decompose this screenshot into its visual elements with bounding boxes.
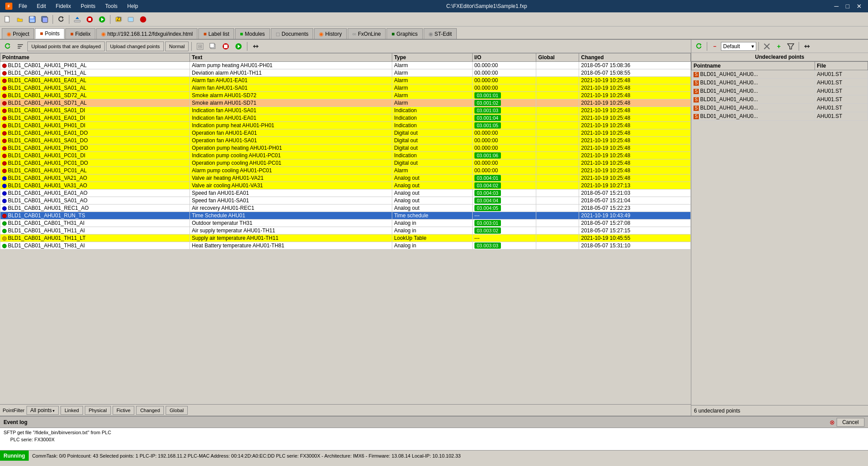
table-row[interactable]: BLD1_CAB01_AHU01_REC1_AOAir recovery AHU…	[0, 205, 691, 212]
filter-changed[interactable]: Changed	[136, 406, 164, 415]
minimize-button[interactable]: ─	[832, 2, 841, 11]
tab-stedit[interactable]: ◉ ST-Edit	[424, 28, 457, 39]
table-row[interactable]: BLD1_CAB01_AHU01_TH81_AIHeat Battery tem…	[0, 242, 691, 250]
tab-graphics[interactable]: ■ Graphics	[387, 28, 422, 39]
flag-button[interactable]: ⊞	[194, 41, 206, 52]
menu-edit[interactable]: Edit	[33, 2, 49, 10]
table-row[interactable]: BLD1_CAB01_AHU01_TH11_LTSupply air tempe…	[0, 235, 691, 242]
new-button[interactable]	[2, 14, 13, 25]
right-close-button[interactable]	[761, 41, 773, 52]
run-button[interactable]	[96, 14, 108, 25]
tab-documents[interactable]: ◻ Documents	[271, 28, 314, 39]
tab-fidelix[interactable]: ■ Fidelix	[65, 28, 95, 39]
col-io[interactable]: I/O	[472, 53, 536, 62]
menu-tools[interactable]: Tools	[102, 2, 121, 10]
stop2-button[interactable]	[137, 14, 149, 25]
table-row[interactable]: BLD1_CAB01_AHU01_VA21_AOValve air heatin…	[0, 174, 691, 182]
tab-modules[interactable]: ■ Modules	[235, 28, 270, 39]
tab-fxonline[interactable]: ∞ FxOnLine	[348, 28, 386, 39]
svg-rect-7	[74, 20, 80, 22]
fxonline-icon: ∞	[353, 31, 356, 37]
copy-button[interactable]	[207, 41, 219, 52]
play-button[interactable]	[233, 41, 244, 52]
cancel-button[interactable]: Cancel	[837, 418, 864, 427]
table-row[interactable]: BLD1_CAB01_AHU01_VA31_AOValve air coolin…	[0, 182, 691, 189]
menu-file[interactable]: File	[15, 2, 30, 10]
table-row[interactable]: BLD1_CAB01_CAB01_TH31_AIOutdoor temperat…	[0, 220, 691, 227]
restore-back-button[interactable]	[125, 14, 136, 25]
table-row[interactable]: BLD1_CAB01_AHU01_PC01_ALAlarm pump cooli…	[0, 167, 691, 174]
upload-button[interactable]	[72, 14, 83, 25]
table-row[interactable]: BLD1_CAB01_AHU01_EA01_ALAlarm fan AHU01-…	[0, 77, 691, 84]
table-row[interactable]: BLD1_CAB01_AHU01_EA01_DOOperation fan AH…	[0, 129, 691, 137]
menu-fidelix[interactable]: Fidelix	[52, 2, 75, 10]
table-row[interactable]: BLD1_CAB01_AHU01_TH11_ALDeviation alarm …	[0, 69, 691, 77]
table-row[interactable]: BLD1_CAB01_AHU01_SD72_ALSmoke alarm AHU0…	[0, 92, 691, 99]
tab-project[interactable]: ◉ Project	[2, 28, 34, 39]
menu-help[interactable]: Help	[124, 2, 142, 10]
right-filter-button[interactable]	[785, 41, 796, 52]
col-text[interactable]: Text	[190, 53, 392, 62]
filter-all-points[interactable]: All points	[27, 406, 59, 415]
table-row[interactable]: BLD1_CAB01_AHU01_PH01_DIIndication pump …	[0, 122, 691, 129]
col-changed[interactable]: Changed	[579, 53, 691, 62]
table-row[interactable]: BLD1_CAB01_AHU01_PH01_ALAlarm pump heati…	[0, 62, 691, 69]
filter-fictive[interactable]: Fictive	[113, 406, 135, 415]
stop-upload-button[interactable]	[220, 41, 231, 52]
table-row[interactable]: BLD1_CAB01_AHU01_EA01_AOSpeed fan AHU01-…	[0, 189, 691, 197]
io-badge: 03.004:04	[474, 197, 501, 204]
table-row[interactable]: BLD1_CAB01_AHU01_PC01_DOOperation pump c…	[0, 159, 691, 167]
table-row[interactable]: BLD1_CAB01_AHU01_SA01_DIIndication fan A…	[0, 107, 691, 114]
save-all-button[interactable]	[39, 14, 50, 25]
minus-button[interactable]: −	[709, 41, 720, 52]
sort-button[interactable]	[15, 41, 26, 52]
list-item[interactable]: SBLD01_AUH01_AHU0...AHU01.ST	[692, 95, 868, 104]
right-transfer-button[interactable]	[801, 41, 813, 52]
right-refresh-button[interactable]	[693, 41, 705, 52]
ucol-file[interactable]: File	[815, 62, 868, 70]
filter-physical[interactable]: Physical	[85, 406, 111, 415]
upload-changed-button[interactable]: Upload changed points	[106, 42, 164, 51]
table-row[interactable]: BLD1_CAB01_AHU01_PC01_DIIndication pump …	[0, 152, 691, 159]
list-item[interactable]: SBLD01_AUH01_AHU0...AHU01.ST	[692, 112, 868, 121]
table-row[interactable]: BLD1_CAB01_AHU01_SD71_ALSmoke alarm AHU0…	[0, 99, 691, 107]
tab-weburl[interactable]: ◉ http://192.168.11.2/fdxgui/index.html	[96, 28, 197, 39]
stop-button[interactable]	[84, 14, 95, 25]
backup-button[interactable]: ZIP	[113, 14, 124, 25]
table-row[interactable]: BLD1_CAB01_AHU01_SA01_ALAlarm fan AHU01-…	[0, 84, 691, 92]
transfer-button[interactable]	[250, 41, 262, 52]
table-row[interactable]: BLD1_CAB01_AHU01_EA01_DIIndication fan A…	[0, 114, 691, 122]
list-item[interactable]: SBLD01_AUH01_AHU0...AHU01.ST	[692, 87, 868, 95]
point-type-icon	[2, 199, 7, 203]
list-item[interactable]: SBLD01_AUH01_AHU0...AHU01.ST	[692, 104, 868, 112]
table-row[interactable]: BLD1_CAB01_AHU01_PH01_DOOperation pump h…	[0, 144, 691, 152]
menu-points[interactable]: Points	[77, 2, 99, 10]
list-item[interactable]: SBLD01_AUH01_AHU0...AHU01.ST	[692, 70, 868, 79]
upload-displayed-button[interactable]: Upload points that are displayed	[27, 42, 105, 51]
open-button[interactable]	[14, 14, 26, 25]
col-pointname[interactable]: Pointname	[0, 53, 190, 62]
table-row[interactable]: BLD1_CAB01_AHU01_TH11_AIAir supply tempe…	[0, 227, 691, 235]
refresh-button[interactable]	[55, 14, 67, 25]
restore-button[interactable]: □	[843, 2, 852, 11]
refresh-points-button[interactable]	[2, 41, 13, 52]
undeclared-table-wrapper[interactable]: Pointname File SBLD01_AUH01_AHU0...AHU01…	[691, 61, 868, 405]
col-global[interactable]: Global	[536, 53, 579, 62]
default-selector[interactable]: Default ▾	[721, 42, 756, 51]
tab-labellist[interactable]: ■ Label list	[198, 28, 234, 39]
table-row[interactable]: BLD1_CAB01_AHU01_SA01_AOSpeed fan AHU01-…	[0, 197, 691, 205]
close-button[interactable]: ✕	[854, 2, 864, 11]
tab-points[interactable]: ■ Points	[35, 28, 64, 39]
table-row[interactable]: BLD1_CAB01_AHU01_RUN_TSTime Schedule AHU…	[0, 212, 691, 220]
table-row[interactable]: BLD1_CAB01_AHU01_SA01_DOOperation fan AH…	[0, 137, 691, 144]
tab-history[interactable]: ◉ History	[314, 28, 346, 39]
col-type[interactable]: Type	[392, 53, 473, 62]
ucol-pointname[interactable]: Pointname	[692, 62, 815, 70]
points-table-wrapper[interactable]: Pointname Text Type I/O Global Changed B…	[0, 53, 691, 404]
list-item[interactable]: SBLD01_AUH01_AHU0...AHU01.ST	[692, 79, 868, 87]
filter-global[interactable]: Global	[166, 406, 188, 415]
save-button[interactable]	[27, 14, 38, 25]
right-add-button[interactable]: +	[773, 41, 784, 52]
normal-mode-button[interactable]: Normal	[165, 42, 189, 51]
filter-linked[interactable]: Linked	[61, 406, 83, 415]
